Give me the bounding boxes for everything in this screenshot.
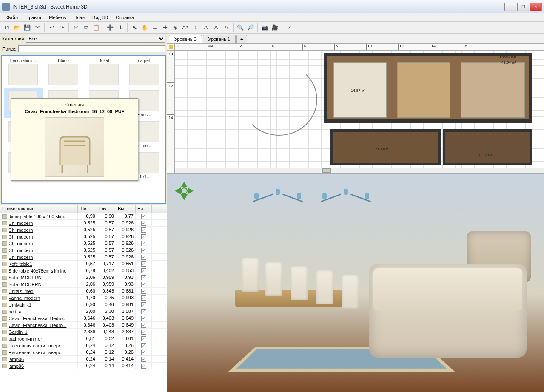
visible-checkbox[interactable]: ✓ xyxy=(141,316,146,321)
item-name[interactable]: Cavio_Francheska_Bedro... xyxy=(9,323,66,328)
polyline-icon[interactable]: ◈ xyxy=(171,23,180,32)
minimize-button[interactable]: — xyxy=(504,3,516,11)
import-icon[interactable]: ⬇ xyxy=(116,23,125,32)
maximize-button[interactable]: ☐ xyxy=(517,3,529,11)
redo-icon[interactable]: ↷ xyxy=(57,23,66,32)
visible-checkbox[interactable]: ✓ xyxy=(141,357,146,362)
nav-down-icon[interactable] xyxy=(181,194,188,204)
table-row[interactable]: lamp060,240,140,414✓ xyxy=(0,356,167,363)
catalog-item[interactable]: Bokal xyxy=(85,57,123,87)
menu-help[interactable]: Справка xyxy=(112,14,137,21)
visible-checkbox[interactable]: ✓ xyxy=(141,343,146,348)
cut-icon[interactable]: ✄ xyxy=(71,23,80,32)
room-3[interactable]: 8,57 м² xyxy=(443,129,532,165)
visible-checkbox[interactable]: ✓ xyxy=(141,261,146,267)
furniture-catalog[interactable]: bench slimli...BludoBokalcarpetCa...Fran… xyxy=(1,55,166,204)
visible-checkbox[interactable]: ✓ xyxy=(141,214,146,219)
new-icon[interactable]: 🗋 xyxy=(2,23,11,32)
item-name[interactable]: bathroom-mirror xyxy=(9,336,42,341)
close-button[interactable]: ✕ xyxy=(530,3,542,11)
table-row[interactable]: Cavio_Francheska_Bedro...0,6460,4030,649… xyxy=(0,322,167,329)
item-name[interactable]: Vanna_modern xyxy=(9,295,40,301)
visible-checkbox[interactable]: ✓ xyxy=(141,323,146,328)
menu-file[interactable]: Файл xyxy=(3,14,21,21)
category-select[interactable]: Все xyxy=(26,35,165,43)
item-name[interactable]: Unitaz_med xyxy=(9,289,34,294)
visible-checkbox[interactable]: ✓ xyxy=(141,234,146,239)
table-row[interactable]: Ch_modern0,5250,570,926✓ xyxy=(0,240,167,247)
table-row[interactable]: Ch_modern0,5250,570,926✓ xyxy=(0,247,167,254)
visible-checkbox[interactable]: ✓ xyxy=(141,227,146,233)
item-name[interactable]: lamp06 xyxy=(9,364,24,369)
nav-compass[interactable] xyxy=(171,178,197,204)
table-row[interactable]: Ch_modern0,5250,570,926✓ xyxy=(0,227,167,233)
header-depth[interactable]: Глу... xyxy=(97,205,116,213)
item-name[interactable]: Ch_modern xyxy=(9,241,33,246)
visible-checkbox[interactable]: ✓ xyxy=(141,302,146,307)
undo-icon[interactable]: ↶ xyxy=(47,23,56,32)
header-height[interactable]: Вы... xyxy=(116,205,136,213)
room-icon[interactable]: ✚ xyxy=(160,23,170,32)
room-living[interactable]: 14,87 м² Гостиная 42,04 м² xyxy=(324,53,532,123)
sofa-set[interactable] xyxy=(461,62,525,118)
help-icon[interactable]: ? xyxy=(284,23,293,32)
select-icon[interactable]: ⬉ xyxy=(130,23,139,32)
item-name[interactable]: Ch_modern xyxy=(9,234,33,239)
item-name[interactable]: Ch_modern xyxy=(9,255,33,260)
wall-icon[interactable]: ▭ xyxy=(150,23,159,32)
nav-center-icon[interactable] xyxy=(181,187,188,194)
photo-icon[interactable]: 📷 xyxy=(260,23,269,32)
floor-plan[interactable]: 14,87 м² Гостиная 42,04 м² 21,44 м² 8,57… xyxy=(175,51,544,168)
add-furniture-icon[interactable]: ➕ xyxy=(105,23,115,32)
menu-plan[interactable]: План xyxy=(70,14,88,21)
table-row[interactable]: Ch_modern0,5250,570,926✓ xyxy=(0,220,167,227)
item-name[interactable]: Ch_modern xyxy=(9,221,33,226)
visible-checkbox[interactable]: ✓ xyxy=(141,350,146,355)
ruler-origin-icon[interactable] xyxy=(167,44,175,51)
save-icon[interactable]: 💾 xyxy=(23,23,32,32)
item-name[interactable]: Gardini 1 xyxy=(9,330,28,335)
visible-checkbox[interactable]: ✓ xyxy=(141,309,146,314)
table-row[interactable]: Umivalnik10,900,460,981✓ xyxy=(0,301,167,308)
plan-canvas[interactable]: -20м246810121416 101214 14,87 м² Гостина… xyxy=(167,44,544,173)
catalog-item[interactable]: bench slimli... xyxy=(4,57,43,87)
furniture-list[interactable]: Наименование Ши... Глу... Вы... Види... … xyxy=(0,205,167,392)
zoom-in-icon[interactable]: 🔍 xyxy=(236,23,245,32)
visible-checkbox[interactable]: ✓ xyxy=(141,336,146,341)
table-row[interactable]: Sofa_MODERN2,060,9590,93✓ xyxy=(0,274,167,281)
menu-view3d[interactable]: Вид 3D xyxy=(89,14,111,21)
table-row[interactable]: Ch_modern0,5250,570,926✓ xyxy=(0,233,167,240)
view-3d[interactable] xyxy=(167,174,544,392)
item-name[interactable]: Ch_modern xyxy=(9,248,33,253)
visible-checkbox[interactable]: ✓ xyxy=(141,255,146,260)
dimension-icon[interactable]: A⁺ xyxy=(181,23,190,32)
table-row[interactable]: lamp060,240,140,414✓ xyxy=(0,363,167,369)
visible-checkbox[interactable]: ✓ xyxy=(141,364,146,369)
preferences-icon[interactable]: ✂ xyxy=(33,23,42,32)
table-row[interactable]: bathroom-mirror0,810,020,61✓ xyxy=(0,335,167,342)
visible-checkbox[interactable]: ✓ xyxy=(141,268,146,273)
paste-icon[interactable]: 📋 xyxy=(91,23,101,32)
visible-checkbox[interactable]: ✓ xyxy=(141,289,146,294)
header-visible[interactable]: Види... xyxy=(136,205,152,213)
item-name[interactable]: Настенная светит вверх xyxy=(9,343,61,348)
table-row[interactable]: Ch_modern0,5250,570,926✓ xyxy=(0,254,167,261)
staircase[interactable] xyxy=(241,63,317,136)
text-icon[interactable]: ↕ xyxy=(191,23,200,32)
visible-checkbox[interactable]: ✓ xyxy=(141,295,146,301)
visible-checkbox[interactable]: ✓ xyxy=(141,241,146,246)
table-row[interactable]: Kofe table10,570,7170,851✓ xyxy=(0,261,167,267)
item-name[interactable]: Side table 40x78cm slimline xyxy=(9,268,66,273)
table-row[interactable]: Side table 40x78cm slimline0,780,4020,55… xyxy=(0,267,167,274)
copy-icon[interactable]: ⧉ xyxy=(81,23,91,32)
furniture-group-1[interactable]: 14,87 м² xyxy=(333,62,387,118)
table-row[interactable]: dining table 100 x 100 slim...0,900,900,… xyxy=(0,213,167,220)
item-name[interactable]: Sofa_MODERN xyxy=(9,275,42,280)
visible-checkbox[interactable]: ✓ xyxy=(141,221,146,226)
item-name[interactable]: Umivalnik1 xyxy=(9,302,31,307)
header-width[interactable]: Ши... xyxy=(78,205,97,213)
tab-level-1[interactable]: Уровень 1 xyxy=(203,35,236,43)
table-row[interactable]: Sofa_MODERN2,060,9590,93✓ xyxy=(0,281,167,288)
visible-checkbox[interactable]: ✓ xyxy=(141,248,146,253)
visible-checkbox[interactable]: ✓ xyxy=(141,330,146,335)
